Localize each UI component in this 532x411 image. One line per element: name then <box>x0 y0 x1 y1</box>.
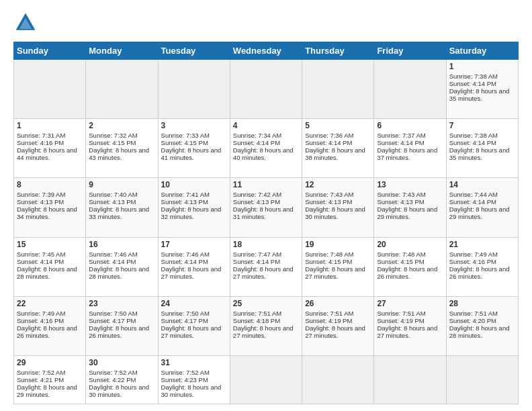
sunset-label: Sunset: 4:14 PM <box>17 258 64 265</box>
calendar-week-1: 1 Sunrise: 7:38 AM Sunset: 4:14 PM Dayli… <box>14 60 519 119</box>
day-number: 20 <box>377 240 443 249</box>
day-number: 10 <box>161 180 227 189</box>
daylight-label: Daylight: 8 hours and 26 minutes. <box>89 324 149 339</box>
day-number: 2 <box>89 121 154 130</box>
day-number: 15 <box>17 240 83 249</box>
sunrise-label: Sunrise: 7:43 AM <box>377 191 425 198</box>
sunrise-label: Sunrise: 7:52 AM <box>161 369 210 376</box>
day-number: 26 <box>305 299 371 308</box>
daylight-label: Daylight: 8 hours and 31 minutes. <box>233 205 294 220</box>
daylight-label: Daylight: 8 hours and 29 minutes. <box>377 205 437 220</box>
day-number: 29 <box>17 358 83 367</box>
logo <box>13 11 40 35</box>
sunrise-label: Sunrise: 7:50 AM <box>161 310 210 317</box>
calendar-cell: 7 Sunrise: 7:38 AM Sunset: 4:14 PM Dayli… <box>446 119 518 178</box>
sunset-label: Sunset: 4:17 PM <box>89 317 136 324</box>
calendar-table: SundayMondayTuesdayWednesdayThursdayFrid… <box>13 42 519 404</box>
calendar-week-5: 22 Sunrise: 7:49 AM Sunset: 4:16 PM Dayl… <box>14 296 519 355</box>
calendar-cell <box>374 60 446 119</box>
sunset-label: Sunset: 4:13 PM <box>377 198 424 205</box>
sunrise-label: Sunrise: 7:51 AM <box>449 310 498 317</box>
sunset-label: Sunset: 4:13 PM <box>89 198 136 205</box>
sunset-label: Sunset: 4:13 PM <box>305 198 352 205</box>
day-number: 31 <box>161 358 227 367</box>
day-header-saturday: Saturday <box>446 42 518 60</box>
day-header-tuesday: Tuesday <box>158 42 230 60</box>
sunrise-label: Sunrise: 7:46 AM <box>161 250 210 258</box>
day-number: 5 <box>305 121 371 130</box>
sunset-label: Sunset: 4:16 PM <box>449 258 496 265</box>
calendar-week-4: 15 Sunrise: 7:45 AM Sunset: 4:14 PM Dayl… <box>14 237 519 296</box>
sunset-label: Sunset: 4:14 PM <box>233 139 280 146</box>
sunset-label: Sunset: 4:21 PM <box>17 376 64 383</box>
daylight-label: Daylight: 8 hours and 43 minutes. <box>89 146 149 161</box>
day-number: 7 <box>449 121 515 130</box>
sunset-label: Sunset: 4:14 PM <box>377 139 424 146</box>
calendar-cell: 17 Sunrise: 7:46 AM Sunset: 4:14 PM Dayl… <box>158 237 230 296</box>
day-number: 27 <box>377 299 443 308</box>
daylight-label: Daylight: 8 hours and 26 minutes. <box>377 265 437 280</box>
daylight-label: Daylight: 8 hours and 30 minutes. <box>161 383 222 398</box>
day-number: 24 <box>161 299 227 308</box>
calendar-cell: 2 Sunrise: 7:32 AM Sunset: 4:15 PM Dayli… <box>86 119 158 178</box>
sunset-label: Sunset: 4:16 PM <box>17 139 64 146</box>
calendar-week-6: 29 Sunrise: 7:52 AM Sunset: 4:21 PM Dayl… <box>14 355 519 404</box>
sunrise-label: Sunrise: 7:47 AM <box>233 250 281 258</box>
sunrise-label: Sunrise: 7:51 AM <box>305 310 353 317</box>
day-number: 19 <box>305 240 371 249</box>
day-header-monday: Monday <box>86 42 158 60</box>
calendar-cell: 16 Sunrise: 7:46 AM Sunset: 4:14 PM Dayl… <box>86 237 158 296</box>
day-number: 13 <box>377 180 443 189</box>
sunrise-label: Sunrise: 7:43 AM <box>305 191 353 198</box>
calendar-cell: 26 Sunrise: 7:51 AM Sunset: 4:19 PM Dayl… <box>302 296 374 355</box>
sunrise-label: Sunrise: 7:52 AM <box>17 369 65 376</box>
daylight-label: Daylight: 8 hours and 28 minutes. <box>17 265 77 280</box>
calendar-cell: 14 Sunrise: 7:44 AM Sunset: 4:14 PM Dayl… <box>446 178 518 237</box>
day-number: 4 <box>233 121 299 130</box>
sunrise-label: Sunrise: 7:38 AM <box>449 73 498 80</box>
day-number: 8 <box>17 180 83 189</box>
calendar-cell: 31 Sunrise: 7:52 AM Sunset: 4:23 PM Dayl… <box>158 355 230 404</box>
calendar-cell: 24 Sunrise: 7:50 AM Sunset: 4:17 PM Dayl… <box>158 296 230 355</box>
sunset-label: Sunset: 4:23 PM <box>161 376 208 383</box>
day-header-sunday: Sunday <box>14 42 86 60</box>
daylight-label: Daylight: 8 hours and 34 minutes. <box>17 205 77 220</box>
day-number: 14 <box>449 180 515 189</box>
calendar-cell: 10 Sunrise: 7:41 AM Sunset: 4:13 PM Dayl… <box>158 178 230 237</box>
sunset-label: Sunset: 4:17 PM <box>161 317 208 324</box>
sunset-label: Sunset: 4:15 PM <box>377 258 424 265</box>
calendar-cell: 1 Sunrise: 7:38 AM Sunset: 4:14 PM Dayli… <box>446 60 518 119</box>
sunset-label: Sunset: 4:15 PM <box>305 258 352 265</box>
day-number: 30 <box>89 358 154 367</box>
calendar-cell: 5 Sunrise: 7:36 AM Sunset: 4:14 PM Dayli… <box>302 119 374 178</box>
sunrise-label: Sunrise: 7:37 AM <box>377 132 425 139</box>
sunrise-label: Sunrise: 7:41 AM <box>161 191 210 198</box>
calendar-cell: 27 Sunrise: 7:51 AM Sunset: 4:19 PM Dayl… <box>374 296 446 355</box>
day-number: 16 <box>89 240 154 249</box>
calendar-cell: 8 Sunrise: 7:39 AM Sunset: 4:13 PM Dayli… <box>14 178 86 237</box>
calendar-cell <box>230 60 302 119</box>
sunrise-label: Sunrise: 7:32 AM <box>89 132 137 139</box>
day-number: 22 <box>17 299 83 308</box>
sunrise-label: Sunrise: 7:44 AM <box>449 191 498 198</box>
calendar-cell: 28 Sunrise: 7:51 AM Sunset: 4:20 PM Dayl… <box>446 296 518 355</box>
calendar-cell: 18 Sunrise: 7:47 AM Sunset: 4:14 PM Dayl… <box>230 237 302 296</box>
sunrise-label: Sunrise: 7:45 AM <box>17 250 65 258</box>
sunrise-label: Sunrise: 7:46 AM <box>89 250 137 258</box>
calendar-cell: 25 Sunrise: 7:51 AM Sunset: 4:18 PM Dayl… <box>230 296 302 355</box>
sunset-label: Sunset: 4:15 PM <box>89 139 136 146</box>
sunrise-label: Sunrise: 7:33 AM <box>161 132 210 139</box>
day-number: 25 <box>233 299 299 308</box>
daylight-label: Daylight: 8 hours and 26 minutes. <box>449 265 510 280</box>
calendar-cell <box>302 60 374 119</box>
day-number: 12 <box>305 180 371 189</box>
sunrise-label: Sunrise: 7:50 AM <box>89 310 137 317</box>
daylight-label: Daylight: 8 hours and 38 minutes. <box>305 146 365 161</box>
daylight-label: Daylight: 8 hours and 28 minutes. <box>449 324 510 339</box>
day-header-wednesday: Wednesday <box>230 42 302 60</box>
daylight-label: Daylight: 8 hours and 27 minutes. <box>233 265 294 280</box>
day-number: 18 <box>233 240 299 249</box>
sunrise-label: Sunrise: 7:42 AM <box>233 191 281 198</box>
daylight-label: Daylight: 8 hours and 29 minutes. <box>17 383 77 398</box>
sunset-label: Sunset: 4:13 PM <box>233 198 280 205</box>
